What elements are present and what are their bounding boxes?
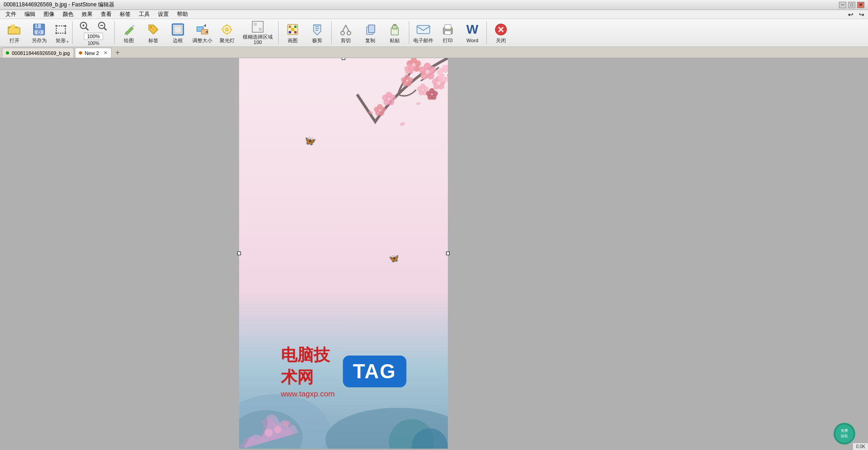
tab-dot-2 [79,51,82,54]
bottom-plants [239,358,448,449]
svg-line-46 [343,25,346,31]
open-button[interactable]: 打开 [3,20,26,45]
svg-point-8 [38,31,40,33]
close-window-button[interactable]: ✕ [857,2,864,8]
tab-add-button[interactable]: + [113,48,123,58]
svg-point-89 [401,77,407,83]
copy-icon [363,22,378,37]
cut-icon [338,22,353,37]
bottom-right-icon[interactable]: 免费 获取 [834,423,855,445]
draw-button[interactable]: 绘图 [117,20,141,45]
email-label: 电子邮件 [413,38,433,43]
titlebar: 0008118446926569_b.jpg - FastStone 编辑器 ─… [0,0,868,10]
spotlight-label: 聚光灯 [220,38,235,43]
stamp-label: 极剪 [312,38,322,43]
copy-button[interactable]: 复制 [358,20,382,45]
open-label: 打开 [10,38,20,43]
svg-point-44 [341,31,344,35]
handle-top-center[interactable] [342,58,345,60]
tab-dot-1 [6,51,9,54]
resize-button[interactable]: 调整大小 [191,20,214,45]
menu-color[interactable]: 颜色 [59,10,77,19]
tab-close-button[interactable]: ✕ [103,50,108,56]
svg-point-94 [382,94,388,101]
svg-point-119 [445,72,446,73]
svg-point-73 [412,63,416,67]
email-button[interactable]: 电子邮件 [412,20,435,45]
svg-line-20 [104,28,107,30]
spotlight-icon [220,22,234,37]
undo-button[interactable]: ↩ [846,10,855,19]
menu-file[interactable]: 文件 [2,10,20,19]
maximize-button[interactable]: □ [848,2,855,8]
separator-2 [114,21,115,44]
svg-rect-1 [8,28,20,34]
menu-tool[interactable]: 工具 [135,10,153,19]
zoom-in-button[interactable] [76,20,93,32]
word-button[interactable]: W Word [461,20,484,45]
svg-rect-56 [445,31,451,35]
email-icon [416,22,431,37]
svg-point-121 [443,74,445,76]
menu-tag[interactable]: 标签 [116,10,134,19]
canvas-button[interactable]: 画图 [281,20,304,45]
print-label: 打印 [443,38,453,43]
zoom-out-button[interactable] [94,20,111,32]
minimize-button[interactable]: ─ [839,2,846,8]
svg-rect-5 [37,24,38,27]
menu-view[interactable]: 查看 [97,10,115,19]
border-button[interactable]: 边框 [166,20,190,45]
svg-point-13 [64,32,66,34]
toolbar: 打开 另存为 矩形 ▼ [0,19,868,47]
svg-point-38 [289,25,291,28]
paste-icon [387,22,402,37]
titlebar-title: 0008118446926569_b.jpg - FastStone 编辑器 [4,1,114,9]
tab-label-1: 0008118446926569_b.jpg [12,50,70,56]
open-icon [7,22,22,37]
cut-button[interactable]: 剪切 [334,20,358,45]
handle-mid-left[interactable] [237,252,241,255]
menubar: 文件 编辑 图像 颜色 效果 查看 标签 工具 设置 帮助 ↩ ↪ [0,10,868,19]
butterfly-1: 🦋 [305,135,316,146]
svg-point-67 [427,71,428,73]
svg-point-104 [404,66,409,71]
zoom-row [76,20,111,32]
spotlight-button[interactable]: 聚光灯 [215,20,239,45]
print-button[interactable]: 打印 [436,20,460,45]
redo-button[interactable]: ↪ [857,10,866,19]
tab-image[interactable]: 0008118446926569_b.jpg [2,48,74,58]
resize-icon [195,22,210,37]
close-button[interactable]: 关闭 [489,20,513,45]
butterfly-2: 🦋 [389,253,399,263]
menu-edit[interactable]: 编辑 [21,10,39,19]
svg-point-130 [835,424,854,443]
svg-point-79 [437,81,441,85]
svg-rect-33 [254,23,257,26]
menu-effect[interactable]: 效果 [78,10,96,19]
svg-text:免费: 免费 [841,429,848,433]
svg-point-128 [284,420,290,427]
svg-point-45 [347,31,351,35]
svg-point-21 [150,26,152,28]
rect-button[interactable]: 矩形 ▼ [52,20,70,45]
save-as-label: 另存为 [32,38,47,43]
svg-rect-55 [445,25,451,29]
stamp-button[interactable]: 极剪 [305,20,329,45]
menu-help[interactable]: 帮助 [173,10,191,19]
titlebar-controls: ─ □ ✕ [839,2,864,8]
handle-mid-right[interactable] [446,252,450,255]
paste-button[interactable]: 粘贴 [383,20,407,45]
svg-point-99 [374,107,379,112]
tag-button[interactable]: 标签 [142,20,165,45]
tab-new2[interactable]: New 2 ✕ [75,48,112,58]
save-as-button[interactable]: 另存为 [27,20,51,45]
cherry-background: 🦋 🦋 [239,58,448,449]
menu-settings[interactable]: 设置 [154,10,172,19]
resize-label: 调整大小 [192,38,212,43]
rect-dropdown-arrow: ▼ [66,40,69,44]
menu-image[interactable]: 图像 [40,10,58,19]
svg-point-27 [225,27,229,32]
rect-label: 矩形 [56,38,66,43]
zoom-input[interactable]: 100% [84,33,103,40]
mask-select-button[interactable]: 模糊选择区域100 [240,20,276,45]
